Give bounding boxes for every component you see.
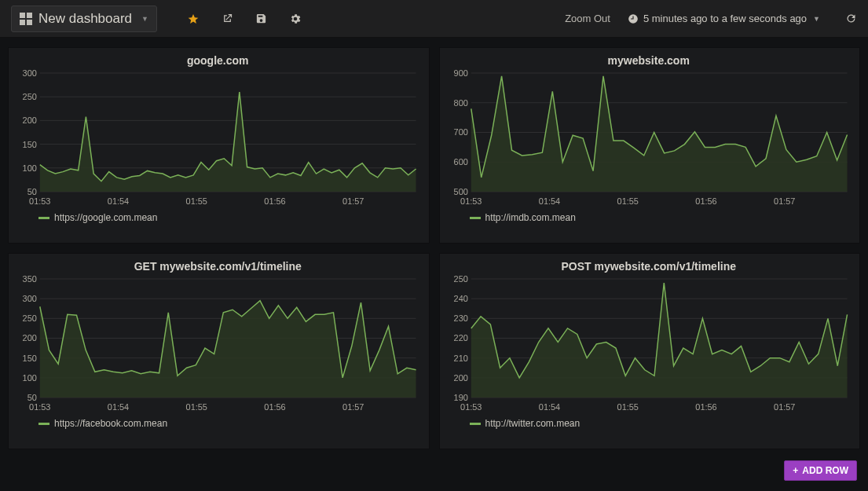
svg-text:300: 300 [23,294,37,303]
footer: + ADD ROW [0,454,868,487]
svg-text:01:56: 01:56 [264,402,285,412]
chart-panel[interactable]: POST mywebsite.com/v1/timeline1902002102… [439,253,861,449]
svg-text:01:53: 01:53 [29,402,50,412]
svg-text:01:57: 01:57 [342,196,364,206]
svg-text:01:54: 01:54 [538,402,559,412]
svg-text:250: 250 [23,92,37,101]
svg-text:01:56: 01:56 [695,196,716,206]
svg-text:100: 100 [23,373,37,383]
save-icon[interactable] [255,13,267,24]
svg-text:01:53: 01:53 [460,402,482,412]
svg-text:200: 200 [23,115,37,125]
dashboard-title-text: New dashboard [38,11,132,27]
svg-text:01:55: 01:55 [186,402,207,412]
caret-down-icon: ▼ [141,15,148,23]
svg-text:800: 800 [453,98,467,108]
svg-text:100: 100 [23,163,37,173]
svg-text:01:55: 01:55 [617,402,638,412]
gear-icon[interactable] [289,13,302,25]
svg-text:01:57: 01:57 [774,402,795,412]
clock-icon [628,13,639,24]
chart-legend[interactable]: https://facebook.com.mean [15,412,421,429]
svg-text:01:53: 01:53 [29,196,50,206]
chart-legend[interactable]: http://imdb.com.mean [446,206,852,223]
chart-legend[interactable]: https://google.com.mean [15,206,421,223]
svg-text:50: 50 [27,187,37,196]
chart-area: 19020021022023024025001:5301:5401:5501:5… [446,274,852,412]
svg-text:01:57: 01:57 [342,402,364,412]
svg-text:190: 190 [453,393,467,402]
svg-text:150: 150 [23,354,37,363]
chart-panel[interactable]: google.com5010015020025030001:5301:5401:… [8,47,430,244]
legend-swatch [38,423,49,425]
chart-panel[interactable]: GET mywebsite.com/v1/timeline50100150200… [8,253,430,449]
svg-text:350: 350 [23,274,37,284]
zoom-out-button[interactable]: Zoom Out [565,13,610,24]
share-icon[interactable] [222,13,233,24]
svg-text:300: 300 [23,68,37,78]
svg-text:01:54: 01:54 [108,196,129,206]
panel-title: GET mywebsite.com/v1/timeline [15,260,421,273]
legend-swatch [470,217,481,219]
panel-title: mywebsite.com [446,54,852,67]
svg-text:220: 220 [453,333,467,343]
caret-down-icon: ▼ [813,15,820,23]
legend-label: https://facebook.com.mean [54,418,167,429]
svg-text:01:53: 01:53 [460,196,482,206]
svg-text:50: 50 [27,393,37,402]
svg-text:200: 200 [453,373,467,383]
refresh-icon[interactable] [845,13,857,24]
svg-text:01:57: 01:57 [774,196,795,206]
svg-text:01:55: 01:55 [186,196,207,206]
svg-text:600: 600 [453,157,467,167]
time-range-picker[interactable]: 5 minutes ago to a few seconds ago ▼ [628,13,820,24]
dashboard-title-button[interactable]: New dashboard ▼ [11,5,157,32]
topbar: New dashboard ▼ Zoom Out 5 minutes ago t… [0,0,868,38]
svg-text:01:54: 01:54 [538,196,559,206]
svg-text:240: 240 [453,294,467,303]
add-row-label: ADD ROW [802,465,848,476]
legend-swatch [38,217,49,219]
chart-area: 5010015020025030035001:5301:5401:5501:56… [15,274,421,412]
svg-text:250: 250 [453,274,467,284]
svg-text:500: 500 [453,187,467,196]
add-row-button[interactable]: + ADD ROW [784,460,857,481]
chart-legend[interactable]: http://twitter.com.mean [446,412,852,429]
chart-area: 5010015020025030001:5301:5401:5501:5601:… [15,68,421,206]
legend-swatch [470,423,481,425]
svg-text:01:54: 01:54 [108,402,129,412]
svg-text:210: 210 [453,354,467,363]
star-icon[interactable] [187,13,200,25]
svg-text:700: 700 [453,127,467,137]
panels-grid: google.com5010015020025030001:5301:5401:… [0,38,868,454]
svg-text:900: 900 [453,68,467,78]
plus-icon: + [793,465,798,476]
legend-label: http://imdb.com.mean [485,212,576,223]
svg-text:200: 200 [23,333,37,343]
dashboard-grid-icon [20,13,32,25]
chart-panel[interactable]: mywebsite.com50060070080090001:5301:5401… [439,47,861,244]
svg-text:230: 230 [453,313,467,323]
svg-text:01:56: 01:56 [264,196,285,206]
legend-label: https://google.com.mean [54,212,157,223]
svg-text:150: 150 [23,140,37,149]
panel-title: google.com [15,54,421,67]
legend-label: http://twitter.com.mean [485,418,580,429]
panel-title: POST mywebsite.com/v1/timeline [446,260,852,273]
time-range-label: 5 minutes ago to a few seconds ago [643,13,807,24]
chart-area: 50060070080090001:5301:5401:5501:5601:57 [446,68,852,206]
svg-text:01:55: 01:55 [617,196,638,206]
svg-text:01:56: 01:56 [695,402,716,412]
svg-text:250: 250 [23,313,37,323]
